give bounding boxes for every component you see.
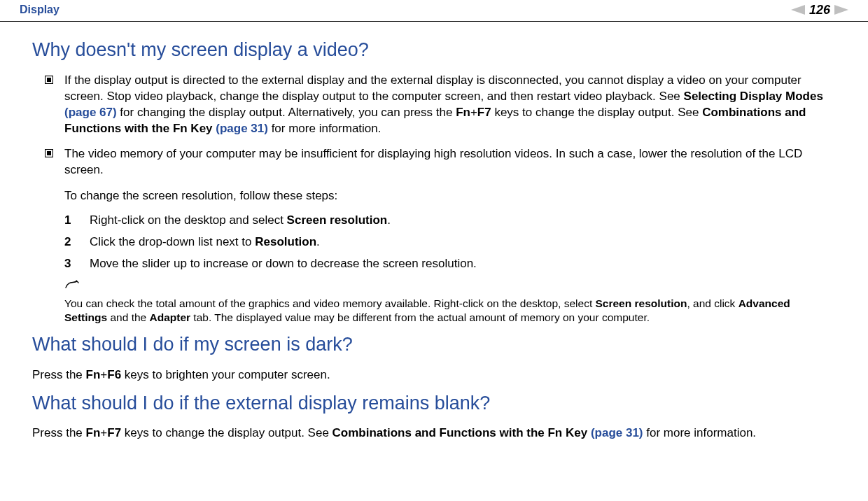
- note-text: You can check the total amount of the gr…: [64, 297, 836, 325]
- bold-text: Resolution: [255, 235, 316, 248]
- bold-text: F6: [107, 368, 121, 381]
- page-link[interactable]: (page 31): [216, 122, 268, 135]
- bold-text: Combinations and Functions with the Fn K…: [332, 426, 591, 439]
- bold-text: Selecting Display Modes: [684, 90, 823, 103]
- page-number: 126: [809, 1, 830, 18]
- step-item: 1Right-click on the desktop and select S…: [64, 213, 836, 229]
- text-run: keys to brighten your computer screen.: [121, 368, 330, 381]
- text-run: +: [100, 426, 107, 439]
- text-run: Click the drop-down list next to: [90, 235, 255, 248]
- bullet-icon: [45, 146, 64, 178]
- page-link[interactable]: (page 67): [64, 106, 117, 119]
- text-run: Move the slider up to increase or down t…: [90, 257, 477, 270]
- text-run: and the: [107, 311, 149, 323]
- bold-text: Adapter: [149, 311, 190, 323]
- step-item: 3Move the slider up to increase or down …: [64, 256, 836, 272]
- svg-rect-3: [47, 78, 51, 82]
- text-run: tab. The displayed value may be differen…: [190, 311, 650, 323]
- step-item: 2Click the drop-down list next to Resolu…: [64, 234, 836, 250]
- page-header: Troubleshooting > Display 126: [0, 0, 868, 22]
- bullet-body: The video memory of your computer may be…: [64, 146, 836, 178]
- note-icon: [64, 279, 836, 295]
- follow-text: To change the screen resolution, follow …: [64, 188, 836, 204]
- page-nav: 126: [791, 1, 848, 18]
- page-link[interactable]: (page 31): [591, 426, 643, 439]
- svg-marker-0: [791, 5, 805, 15]
- bold-text: Fn: [86, 426, 101, 439]
- text-run: +: [100, 368, 107, 381]
- bullet-item: If the display output is directed to the…: [45, 73, 836, 137]
- step-body: Move the slider up to increase or down t…: [90, 256, 477, 272]
- text-run: keys to change the display output. See: [491, 106, 702, 119]
- breadcrumb: Troubleshooting > Display: [20, 2, 59, 17]
- svg-marker-1: [834, 5, 848, 15]
- breadcrumb-current: Display: [20, 3, 59, 15]
- text-run: .: [316, 235, 320, 248]
- text-run: The video memory of your computer may be…: [64, 147, 802, 176]
- text-run: for changing the display output. Alterna…: [117, 106, 456, 119]
- bullet-icon: [45, 73, 64, 137]
- step-body: Click the drop-down list next to Resolut…: [90, 234, 320, 250]
- next-page-icon[interactable]: [834, 5, 848, 15]
- bold-text: Fn: [456, 106, 470, 119]
- text-run: , and click: [687, 297, 738, 309]
- bold-text: F7: [107, 426, 121, 439]
- section-title: Why doesn't my screen display a video?: [32, 37, 836, 62]
- text-run: for more information.: [643, 426, 757, 439]
- step-number: 1: [64, 213, 90, 229]
- svg-rect-5: [47, 151, 51, 155]
- bold-text: Screen resolution: [287, 213, 388, 227]
- text-run: Right-click on the desktop and select: [90, 213, 287, 227]
- prev-page-icon[interactable]: [791, 5, 805, 15]
- step-body: Right-click on the desktop and select Sc…: [90, 213, 391, 229]
- section-title: What should I do if my screen is dark?: [32, 332, 836, 357]
- step-number: 3: [64, 256, 90, 272]
- text-run: keys to change the display output. See: [121, 426, 332, 439]
- paragraph: Press the Fn+F6 keys to brighten your co…: [32, 367, 836, 383]
- step-number: 2: [64, 234, 90, 250]
- section-title: What should I do if the external display…: [32, 390, 836, 416]
- bullet-body: If the display output is directed to the…: [64, 73, 836, 137]
- text-run: +: [470, 106, 477, 119]
- note-block: You can check the total amount of the gr…: [64, 279, 836, 325]
- bold-text: Fn: [86, 368, 101, 381]
- text-run: .: [387, 213, 391, 227]
- text-run: Press the: [32, 426, 86, 439]
- text-run: You can check the total amount of the gr…: [64, 297, 596, 309]
- paragraph: Press the Fn+F7 keys to change the displ…: [32, 425, 836, 442]
- text-run: for more information.: [268, 122, 382, 135]
- bullet-item: The video memory of your computer may be…: [45, 146, 836, 178]
- page-content: Why doesn't my screen display a video?If…: [0, 22, 868, 442]
- bold-text: F7: [477, 106, 491, 119]
- bold-text: Screen resolution: [596, 297, 687, 309]
- text-run: Press the: [32, 368, 86, 381]
